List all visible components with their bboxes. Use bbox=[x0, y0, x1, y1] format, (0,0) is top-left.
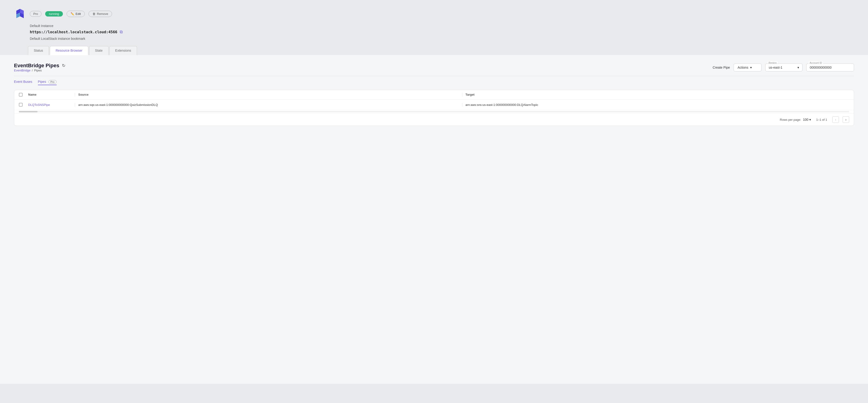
breadcrumb-separator: / bbox=[32, 69, 33, 72]
create-pipe-label: Create Pipe bbox=[713, 66, 730, 69]
col-source-header: Source bbox=[75, 93, 462, 97]
instance-url: https://localhost.localstack.cloud:4566 bbox=[30, 30, 117, 34]
refresh-icon[interactable]: ↻ bbox=[62, 63, 65, 68]
per-page-value: 100 bbox=[803, 118, 808, 122]
tab-resource-browser[interactable]: Resource Browser bbox=[50, 46, 88, 55]
row-source-cell: arn:aws:sqs:us-east-1:000000000000:QuizS… bbox=[75, 103, 462, 107]
rows-per-page-label: Rows per page: bbox=[780, 118, 801, 122]
sub-tabs: Event Buses Pipes Pro bbox=[14, 80, 854, 85]
region-value: us-east-1 bbox=[769, 66, 782, 69]
region-select[interactable]: us-east-1 ▾ bbox=[765, 64, 803, 71]
main-tabs: Status Resource Browser State Extensions bbox=[14, 46, 854, 55]
sub-tab-pipes[interactable]: Pipes Pro bbox=[38, 80, 57, 85]
running-badge: running bbox=[45, 11, 63, 16]
row-target-cell: arn:aws:sns:us-east-1:000000000000:DLQAl… bbox=[462, 103, 849, 107]
pagination-row: Rows per page: 100 ▾ 1–1 of 1 ‹ › bbox=[14, 113, 854, 126]
scroll-track[interactable] bbox=[19, 111, 849, 112]
per-page-chevron-icon: ▾ bbox=[809, 118, 811, 122]
app-logo bbox=[14, 7, 26, 20]
breadcrumb: EventBridge / Pipes bbox=[14, 69, 65, 72]
trash-icon: 🗑 bbox=[92, 12, 95, 15]
page-title: EventBridge Pipes bbox=[14, 63, 59, 69]
actions-label: Actions bbox=[738, 66, 748, 69]
chevron-down-icon: ▾ bbox=[750, 66, 752, 69]
page-info: 1–1 of 1 bbox=[815, 118, 829, 122]
table-row: DLQToSNSPipe arn:aws:sqs:us-east-1:00000… bbox=[14, 100, 854, 110]
instance-description: Default LocalStack instance bookmark bbox=[30, 37, 854, 40]
remove-button[interactable]: 🗑 Remove bbox=[89, 11, 112, 17]
region-select-wrapper: Region us-east-1 ▾ bbox=[765, 64, 803, 71]
row-checkbox[interactable] bbox=[19, 103, 23, 107]
pro-badge: Pro bbox=[30, 11, 41, 17]
row-checkbox-col bbox=[19, 103, 28, 107]
next-page-button[interactable]: › bbox=[843, 116, 849, 123]
region-chevron-icon: ▾ bbox=[798, 66, 799, 69]
breadcrumb-current: Pipes bbox=[34, 69, 42, 72]
pipes-pro-badge: Pro bbox=[49, 80, 57, 84]
tab-status[interactable]: Status bbox=[28, 46, 49, 55]
table-header: Name Source Target bbox=[14, 90, 854, 100]
edit-icon: ✏️ bbox=[70, 12, 74, 15]
account-id-label: Account ID bbox=[809, 61, 823, 64]
account-id-input[interactable] bbox=[806, 64, 854, 71]
prev-page-button[interactable]: ‹ bbox=[832, 116, 839, 123]
per-page-select[interactable]: 100 ▾ bbox=[803, 118, 811, 122]
copy-icon[interactable]: ⧉ bbox=[120, 30, 123, 34]
row-name-cell: DLQToSNSPipe bbox=[28, 103, 75, 107]
select-all-checkbox[interactable] bbox=[19, 93, 23, 97]
actions-dropdown[interactable]: Actions ▾ bbox=[734, 64, 762, 71]
pipe-name-link[interactable]: DLQToSNSPipe bbox=[28, 103, 50, 107]
instance-label: Default Instance bbox=[30, 24, 854, 28]
col-name-header: Name bbox=[28, 93, 75, 97]
header-checkbox-col bbox=[19, 93, 28, 97]
tab-state[interactable]: State bbox=[89, 46, 108, 55]
tab-extensions[interactable]: Extensions bbox=[110, 46, 137, 55]
account-id-wrapper: Account ID bbox=[806, 64, 854, 71]
breadcrumb-parent[interactable]: EventBridge bbox=[14, 69, 31, 72]
edit-button[interactable]: ✏️ Edit bbox=[67, 11, 85, 17]
scroll-thumb bbox=[19, 111, 37, 112]
sub-tab-event-buses[interactable]: Event Buses bbox=[14, 80, 32, 85]
col-target-header: Target bbox=[462, 93, 849, 97]
pipes-table: Name Source Target DLQToSNSPipe arn:aws:… bbox=[14, 90, 854, 126]
